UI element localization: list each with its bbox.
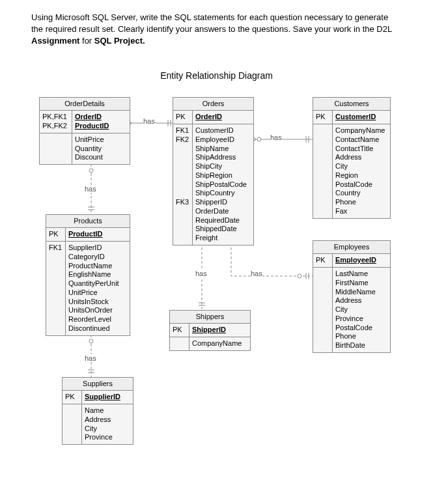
instruction-bold1: Assignment — [31, 36, 79, 46]
svg-point-18 — [298, 274, 301, 278]
attr-col: ShipperID — [189, 324, 250, 337]
key-col: PK — [313, 111, 333, 124]
rel-label-has: has — [195, 270, 207, 277]
instruction-mid: for — [82, 36, 94, 46]
instruction-bold2: SQL Project. — [94, 36, 145, 46]
key-col: PK — [173, 111, 193, 124]
attr-col: LastName FirstName MiddleName Address Ci… — [333, 268, 390, 352]
attr-col: SupplierID CategoryID ProductName Englis… — [66, 242, 130, 335]
entity-title: Customers — [313, 98, 390, 111]
rel-label-has: has — [270, 133, 282, 141]
entity-suppliers: Suppliers PK SupplierID Name Address Cit… — [62, 377, 133, 445]
fk-col: FK1 — [46, 242, 66, 335]
attr-col: ProductID — [66, 228, 130, 241]
rel-label-has: has — [251, 270, 262, 277]
entity-title: OrderDetails — [40, 98, 130, 111]
entity-products: Products PK ProductID FK1 SupplierID Cat… — [46, 214, 130, 336]
fk-col: FK1 FK2 FK3 — [173, 124, 193, 245]
attr-col: EmployeeID — [333, 254, 390, 267]
svg-point-20 — [89, 339, 93, 343]
attr-col: UnitPrice Quantity Discount — [72, 133, 130, 164]
key-col: PK — [313, 254, 333, 267]
er-diagram-canvas: OrderDetails PK,FK1 PK,FK2 OrderID Produ… — [0, 87, 433, 478]
attr-col: CompanyName ContactName ContactTitle Add… — [333, 124, 390, 218]
entity-title: Orders — [173, 98, 253, 111]
svg-point-4 — [257, 137, 261, 141]
attr-col: OrderID — [193, 111, 253, 124]
rel-label-has: has — [85, 354, 96, 362]
entity-customers: Customers PK CustomerID CompanyName Cont… — [313, 97, 391, 219]
entity-title: Shippers — [170, 311, 250, 324]
attr-col: CustomerID — [333, 111, 390, 124]
entity-orders: Orders PK OrderID FK1 FK2 FK3 CustomerID… — [173, 97, 254, 245]
instruction-text: Using Microsoft SQL Server, write the SQ… — [0, 0, 433, 54]
svg-point-8 — [89, 169, 93, 173]
key-col: PK — [63, 391, 82, 404]
entity-employees: Employees PK EmployeeID LastName FirstNa… — [313, 240, 391, 353]
entity-shippers: Shippers PK ShipperID CompanyName — [169, 310, 251, 351]
rel-label-has: has — [85, 185, 96, 193]
diagram-title: Entity Relationship Diagram — [0, 70, 433, 81]
instruction-body: Using Microsoft SQL Server, write the SQ… — [31, 12, 392, 34]
rel-label-has: has — [143, 117, 155, 125]
key-col: PK,FK1 PK,FK2 — [40, 111, 72, 133]
attr-col: CustomerID EmployeeID ShipName ShipAddre… — [193, 124, 253, 245]
attr-col: SupplierID — [82, 391, 133, 404]
key-col: PK — [170, 324, 189, 337]
attr-col: CompanyName — [189, 337, 250, 350]
entity-title: Suppliers — [63, 378, 133, 391]
attr-col: OrderID ProductID — [72, 111, 130, 133]
entity-title: Employees — [313, 241, 390, 255]
entity-orderdetails: OrderDetails PK,FK1 PK,FK2 OrderID Produ… — [39, 97, 130, 165]
attr-col: Name Address City Province — [82, 404, 133, 444]
key-col: PK — [46, 228, 66, 241]
entity-title: Products — [46, 215, 130, 229]
